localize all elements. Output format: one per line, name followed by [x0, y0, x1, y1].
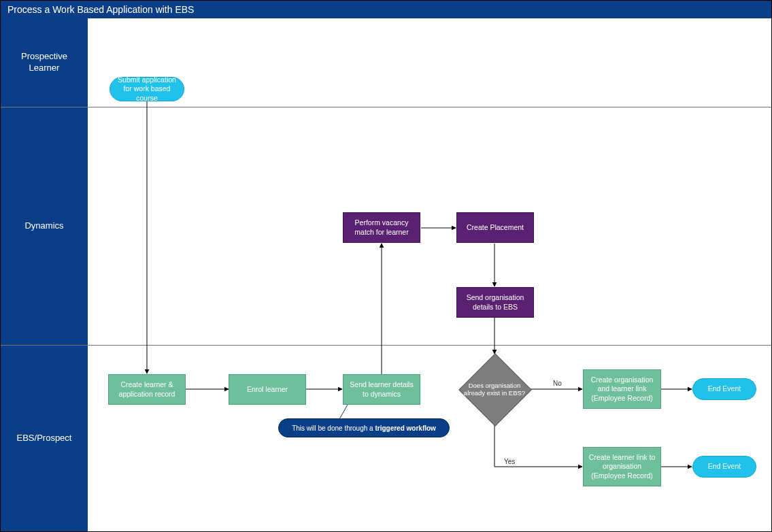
flowchart-canvas: Process a Work Based Application with EB… — [0, 0, 772, 532]
process-vacancy-match: Perform vacancy match for learner — [343, 212, 420, 243]
edge-label-yes: Yes — [503, 458, 516, 465]
annotation-triggered-workflow: This will be done through a triggered wo… — [278, 418, 450, 437]
process-create-placement: Create Placement — [456, 212, 534, 243]
lane-divider — [1, 107, 772, 107]
process-send-org-details: Send organisation details to EBS — [456, 287, 534, 318]
lane-divider — [1, 345, 772, 346]
process-create-org-and-link: Create organisation and learner link (Em… — [583, 369, 661, 409]
decision-org-exists-label: Does organisation already exist in EBS? — [457, 373, 532, 405]
diagram-title: Process a Work Based Application with EB… — [1, 1, 771, 18]
end-event-2: End Event — [692, 456, 756, 478]
process-send-learner-details: Send learner details to dynamics — [343, 374, 420, 405]
end-event-1: End Event — [692, 378, 756, 400]
lane-label-column: Prospective Learner Dynamics EBS/Prospec… — [1, 18, 88, 531]
lane-label-prospective-learner: Prospective Learner — [1, 18, 88, 107]
process-create-learner-link: Create learner link to organisation (Emp… — [583, 447, 661, 486]
edge-label-no: No — [552, 380, 563, 387]
lane-label-dynamics: Dynamics — [1, 107, 88, 345]
process-enrol-learner: Enrol learner — [229, 374, 306, 405]
process-create-record: Create learner & application record — [108, 374, 186, 405]
lane-label-ebs-prospect: EBS/Prospect — [1, 345, 88, 531]
start-event: Submit application for work based course — [110, 77, 184, 101]
annotation-text: This will be done through a triggered wo… — [292, 424, 436, 433]
